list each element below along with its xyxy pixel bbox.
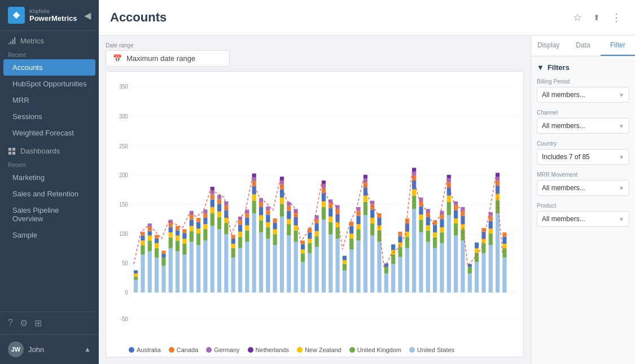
svg-text:100: 100 — [119, 231, 128, 237]
sidebar-item-hubspot[interactable]: HubSpot Opportunities — [0, 76, 99, 92]
sidebar-metrics-header[interactable]: Metrics — [0, 31, 99, 47]
sidebar-item-accounts[interactable]: Accounts — [3, 59, 95, 76]
filter-product-label: Product — [537, 203, 629, 209]
chart-legend: Australia Canada Germany Netherlands — [112, 343, 518, 357]
svg-rect-140 — [280, 204, 284, 216]
svg-rect-115 — [252, 213, 256, 292]
recent-label: Recent — [0, 47, 99, 59]
filter-mrr-arrow: ▼ — [619, 185, 624, 191]
svg-rect-267 — [440, 243, 444, 292]
svg-rect-204 — [356, 224, 360, 229]
svg-rect-184 — [329, 208, 332, 217]
filter-country-select[interactable]: Includes 7 of 85 ▼ — [537, 149, 629, 165]
svg-rect-232 — [391, 244, 395, 250]
svg-text:150: 150 — [119, 201, 128, 207]
svg-rect-259 — [426, 217, 430, 226]
svg-rect-40 — [155, 239, 159, 243]
svg-text:-50: -50 — [120, 315, 128, 322]
svg-rect-24 — [134, 274, 138, 277]
tab-filter[interactable]: Filter — [601, 36, 635, 56]
legend-label-uk: United Kingdom — [357, 347, 401, 353]
favorite-button[interactable]: ☆ — [571, 9, 584, 26]
svg-rect-215 — [370, 235, 374, 292]
svg-rect-192 — [335, 205, 339, 209]
grid-icon[interactable]: ⊞ — [34, 318, 42, 328]
filter-country: Country Includes 7 of 85 ▼ — [537, 141, 629, 165]
svg-rect-286 — [461, 240, 465, 292]
svg-rect-226 — [384, 274, 388, 293]
svg-rect-203 — [356, 229, 360, 240]
chart-container: 350 300 250 200 150 100 50 0 -50 — [106, 71, 524, 357]
page-header: Accounts ☆ ⬆ ⋮ — [99, 0, 635, 36]
sidebar-dashboards-header[interactable]: Dashboards — [0, 141, 99, 157]
svg-rect-193 — [343, 270, 347, 292]
svg-rect-145 — [280, 177, 284, 181]
filter-channel-label: Channel — [537, 109, 629, 116]
sidebar-item-sales-pipeline[interactable]: Sales Pipeline Overview — [0, 202, 99, 227]
svg-rect-209 — [364, 202, 367, 216]
calendar-icon: 📅 — [113, 54, 122, 63]
sidebar-item-weighted-forecast[interactable]: Weighted Forecast — [0, 125, 99, 141]
svg-rect-28 — [141, 240, 144, 245]
filter-product-select[interactable]: All members... ▼ — [537, 211, 629, 227]
svg-rect-88 — [217, 212, 221, 217]
sidebar-item-mrr[interactable]: MRR — [0, 92, 99, 108]
svg-rect-42 — [161, 266, 165, 292]
filter-billing-select[interactable]: All members... ▼ — [537, 87, 629, 103]
tab-data[interactable]: Data — [566, 36, 600, 56]
svg-rect-304 — [489, 245, 493, 292]
sidebar-item-marketing[interactable]: Marketing — [0, 169, 99, 186]
sidebar-item-sample[interactable]: Sample — [0, 227, 99, 243]
svg-rect-275 — [447, 196, 451, 202]
sidebar: Klipfolio PowerMetrics ◀ Metrics Recent … — [0, 0, 99, 364]
legend-dot-netherlands — [248, 347, 253, 353]
svg-rect-25 — [134, 270, 138, 274]
sidebar-item-sessions[interactable]: Sessions — [0, 108, 99, 125]
svg-rect-82 — [211, 199, 214, 207]
svg-rect-129 — [266, 227, 270, 239]
legend-label-canada: Canada — [177, 347, 199, 353]
svg-rect-182 — [329, 222, 332, 234]
sidebar-collapse-button[interactable]: ◀ — [84, 10, 91, 21]
help-icon[interactable]: ? — [8, 318, 13, 328]
settings-icon[interactable]: ⚙ — [20, 318, 28, 328]
svg-rect-165 — [308, 239, 312, 243]
svg-rect-319 — [502, 244, 506, 248]
svg-rect-287 — [461, 229, 465, 240]
svg-rect-80 — [211, 213, 214, 226]
svg-rect-137 — [273, 223, 277, 229]
svg-rect-211 — [364, 187, 367, 196]
svg-rect-127 — [259, 198, 263, 202]
svg-rect-64 — [190, 226, 194, 231]
svg-rect-130 — [266, 222, 270, 227]
sidebar-footer-icons: ? ⚙ ⊞ — [0, 312, 99, 334]
svg-rect-194 — [343, 264, 347, 270]
svg-rect-38 — [155, 248, 159, 258]
filter-mrr-select[interactable]: All members... ▼ — [537, 180, 629, 196]
svg-rect-277 — [447, 182, 451, 187]
svg-rect-57 — [182, 255, 186, 292]
svg-rect-252 — [419, 214, 423, 220]
svg-rect-135 — [273, 234, 277, 245]
svg-rect-26 — [141, 255, 144, 292]
panel-tabs: Display Data Filter — [531, 36, 635, 56]
svg-rect-92 — [224, 234, 228, 292]
svg-rect-105 — [238, 232, 242, 237]
svg-rect-243 — [412, 209, 416, 292]
sidebar-item-sales-retention[interactable]: Sales and Retention — [0, 186, 99, 202]
filter-channel-arrow: ▼ — [619, 123, 624, 129]
tab-display[interactable]: Display — [531, 36, 566, 56]
svg-rect-104 — [238, 237, 242, 248]
svg-rect-299 — [481, 253, 485, 293]
share-button[interactable]: ⬆ — [591, 11, 602, 24]
svg-rect-56 — [176, 226, 179, 231]
svg-rect-239 — [405, 237, 409, 248]
filter-country-arrow: ▼ — [619, 154, 624, 160]
date-range-selector[interactable]: 📅 Maximum date range — [106, 50, 230, 67]
more-options-button[interactable]: ⋮ — [609, 9, 624, 26]
filter-billing-label: Billing Period — [537, 78, 629, 85]
user-avatar[interactable]: JW — [8, 341, 24, 357]
svg-rect-282 — [454, 218, 458, 223]
filter-channel-select[interactable]: All members... ▼ — [537, 118, 629, 134]
user-menu-icon[interactable]: ▲ — [84, 345, 91, 353]
